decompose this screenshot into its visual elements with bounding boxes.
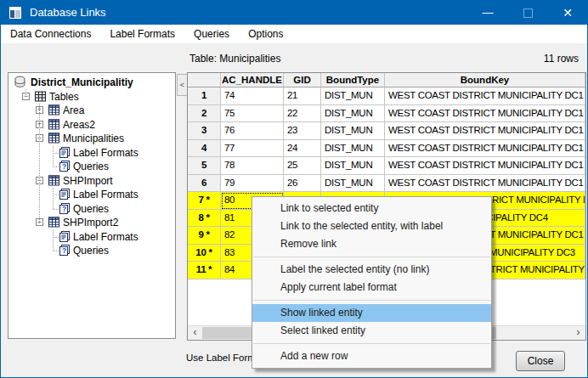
scroll-left-icon[interactable]: ‹ — [188, 326, 202, 340]
tree-item-label: Municipalities — [63, 133, 124, 144]
row-number-cell[interactable]: 11 * — [188, 262, 221, 279]
table-row[interactable]: 27522DIST_MUNWEST COAST DISTRICT MUNICIP… — [188, 105, 585, 123]
tree-item-area[interactable]: +Area — [8, 104, 175, 117]
title-bar: Database Links — ✕ — [1, 1, 587, 25]
svg-text:?: ? — [62, 246, 66, 255]
context-menu: Link to selected entityLink to the selec… — [252, 196, 492, 369]
row-number-cell[interactable]: 3 — [188, 122, 221, 140]
tree-item-municipalities[interactable]: −Municipalities — [8, 132, 175, 145]
tree-item-label-formats[interactable]: Label Formats — [8, 146, 175, 160]
context-menu-item-show-linked-entity[interactable]: Show linked entity — [252, 304, 491, 322]
grid-cell[interactable]: 78 — [221, 157, 284, 175]
grid-column-header-boundkey[interactable]: BoundKey — [385, 73, 585, 87]
grid-cell[interactable]: 25 — [284, 157, 321, 175]
tree-item-shpimport[interactable]: −SHPImport — [8, 174, 175, 188]
grid-cell[interactable]: 26 — [284, 175, 321, 193]
grid-header-row: AC_HANDLEGIDBoundTypeBoundKey — [188, 73, 585, 87]
context-menu-item-link-to-the-selected-entity-with-label[interactable]: Link to the selected entity, with label — [252, 217, 491, 235]
tree-connector-line — [53, 188, 54, 209]
table-icon — [48, 132, 60, 144]
close-window-button[interactable]: ✕ — [548, 1, 587, 25]
context-menu-item-link-to-selected-entity[interactable]: Link to selected entity — [252, 200, 491, 217]
context-menu-separator — [253, 257, 490, 257]
menubar-item-options[interactable]: Options — [239, 25, 292, 43]
grid-column-header-gid[interactable]: GID — [284, 73, 321, 87]
tree-item-label: Queries — [73, 245, 109, 257]
maximize-button[interactable] — [508, 1, 547, 25]
grid-cell[interactable]: WEST COAST DISTRICT MUNICIPALITY DC1 — [385, 105, 585, 123]
row-number-cell[interactable]: 6 — [188, 175, 221, 193]
table-row[interactable]: 37623DIST_MUNWEST COAST DISTRICT MUNICIP… — [188, 122, 585, 140]
close-button[interactable]: Close — [516, 351, 565, 371]
grid-cell[interactable]: WEST COAST DISTRICT MUNICIPALITY DC1 — [385, 122, 585, 140]
scroll-right-icon[interactable]: › — [571, 326, 585, 340]
app-icon — [9, 7, 21, 19]
context-menu-separator — [253, 300, 490, 301]
grid-cell[interactable]: WEST COAST DISTRICT MUNICIPALITY DC1 — [385, 87, 585, 105]
grid-cell[interactable]: 75 — [221, 105, 284, 123]
grid-column-header-ac_handle[interactable]: AC_HANDLE — [221, 73, 284, 87]
tree-item-areas2[interactable]: +Areas2 — [8, 118, 175, 132]
tree-connector-line — [53, 153, 59, 154]
minimize-button[interactable]: — — [468, 1, 507, 25]
row-number-cell[interactable]: 5 — [188, 157, 221, 175]
tree-item-queries[interactable]: ?Queries — [8, 160, 175, 173]
table-icon — [48, 174, 60, 187]
grid-cell[interactable]: 21 — [284, 87, 321, 105]
tree-item-label-formats[interactable]: Label Formats — [8, 188, 175, 201]
row-number-cell[interactable]: 10 * — [188, 245, 221, 262]
tree-item-queries[interactable]: ?Queries — [8, 244, 175, 257]
row-number-cell[interactable]: 7 * — [188, 192, 221, 210]
table-row[interactable]: 47724DIST_MUNWEST COAST DISTRICT MUNICIP… — [188, 140, 585, 158]
queries-icon: ? — [58, 160, 71, 172]
menubar-item-label-formats[interactable]: Label Formats — [100, 25, 184, 43]
svg-text:?: ? — [62, 205, 66, 213]
context-menu-item-apply-current-label-format[interactable]: Apply current label format — [252, 279, 491, 296]
grid-cell[interactable]: 77 — [221, 140, 284, 158]
row-number-cell[interactable]: 2 — [188, 105, 221, 123]
context-menu-item-select-linked-entity[interactable]: Select linked entity — [252, 322, 491, 340]
grid-column-header-boundtype[interactable]: BoundType — [321, 73, 385, 87]
row-number-cell[interactable]: 4 — [188, 140, 221, 158]
grid-cell[interactable]: 24 — [284, 140, 321, 158]
grid-cell[interactable]: DIST_MUN — [321, 105, 385, 123]
tree-item-shpimport2[interactable]: −SHPImport2 — [8, 216, 175, 229]
grid-column-header-rownum[interactable] — [188, 73, 221, 87]
table-row[interactable]: 67926DIST_MUNWEST COAST DISTRICT MUNICIP… — [188, 175, 585, 193]
grid-cell[interactable]: WEST COAST DISTRICT MUNICIPALITY DC1 — [385, 157, 585, 175]
menubar-item-queries[interactable]: Queries — [184, 25, 239, 43]
tree-item-label-formats[interactable]: Label Formats — [8, 230, 175, 244]
tree-item-tables[interactable]: −Tables — [8, 90, 175, 104]
tree-item-label: District_Municipalitiy — [31, 76, 133, 88]
grid-cell[interactable]: 74 — [221, 87, 284, 105]
tree-connector-line — [53, 146, 54, 167]
table-icon — [48, 104, 60, 116]
row-number-cell[interactable]: 9 * — [188, 227, 221, 245]
grid-cell[interactable]: DIST_MUN — [321, 140, 385, 158]
context-menu-item-remove-link[interactable]: Remove link — [252, 235, 491, 253]
context-menu-item-label-the-selected-entity-no-link[interactable]: Label the selected entity (no link) — [252, 261, 491, 279]
tree-item-queries[interactable]: ?Queries — [8, 202, 175, 216]
tree-item-label: Areas2 — [63, 119, 95, 131]
context-menu-item-add-a-new-row[interactable]: Add a new row — [252, 347, 491, 365]
tree-item-label: Queries — [73, 161, 109, 172]
tree-connector-line — [53, 237, 59, 238]
grid-cell[interactable]: 22 — [284, 105, 321, 123]
grid-cell[interactable]: DIST_MUN — [321, 122, 385, 140]
grid-cell[interactable]: 76 — [221, 122, 284, 140]
menubar-item-data-connections[interactable]: Data Connections — [1, 25, 100, 43]
tree-connector-line — [53, 230, 54, 251]
row-number-cell[interactable]: 1 — [188, 87, 221, 105]
grid-cell[interactable]: WEST COAST DISTRICT MUNICIPALITY DC1 — [385, 175, 585, 193]
grid-cell[interactable]: DIST_MUN — [321, 157, 385, 175]
grid-cell[interactable]: DIST_MUN — [321, 175, 385, 193]
grid-cell[interactable]: 79 — [221, 175, 284, 193]
row-number-cell[interactable]: 8 * — [188, 210, 221, 228]
table-row[interactable]: 57825DIST_MUNWEST COAST DISTRICT MUNICIP… — [188, 157, 585, 175]
grid-cell[interactable]: 23 — [284, 122, 321, 140]
database-icon — [14, 76, 26, 88]
tree-item-root[interactable]: District_Municipalitiy — [8, 76, 175, 89]
grid-cell[interactable]: WEST COAST DISTRICT MUNICIPALITY DC1 — [385, 140, 585, 158]
grid-cell[interactable]: DIST_MUN — [321, 87, 385, 105]
table-row[interactable]: 17421DIST_MUNWEST COAST DISTRICT MUNICIP… — [188, 87, 585, 105]
